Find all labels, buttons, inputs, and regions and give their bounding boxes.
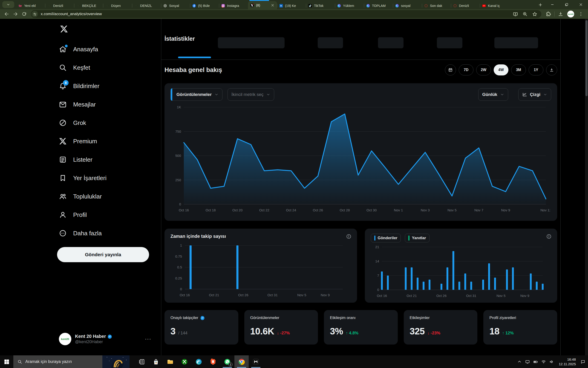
account-more-icon[interactable]: ··· xyxy=(145,336,153,342)
address-bar[interactable]: x.com/i/account_analytics/overview xyxy=(31,10,541,18)
install-app-icon[interactable] xyxy=(512,11,518,17)
browser-tab[interactable]: in(19) Ke xyxy=(277,2,306,9)
browser-tab[interactable]: Düşen xyxy=(103,2,132,9)
reload-button[interactable] xyxy=(20,10,28,18)
tab-close-button[interactable] xyxy=(270,3,275,8)
volume-icon[interactable] xyxy=(549,359,554,364)
browser-tab[interactable]: CTOPLAM xyxy=(364,2,393,9)
browser-tab[interactable]: CYüklem xyxy=(335,2,364,9)
range-button-2w[interactable]: 2W xyxy=(476,64,491,75)
browser-tab[interactable]: Son dak xyxy=(422,2,451,9)
minimize-button[interactable] xyxy=(545,0,560,9)
sidebar-item-anasayfa[interactable]: Anasayfa xyxy=(53,40,161,58)
browser-tab[interactable]: TikTok xyxy=(306,2,335,9)
taskbar-app-brave[interactable] xyxy=(206,355,220,368)
browser-tab-active[interactable]: (8) xyxy=(248,1,277,9)
browser-tab[interactable]: Csosyal xyxy=(393,2,422,9)
battery-icon[interactable] xyxy=(533,359,538,364)
sidebar-item-grok[interactable]: Grok xyxy=(53,114,161,132)
tray-chevron-up-icon[interactable] xyxy=(517,359,522,364)
browser-tab[interactable]: Denizli xyxy=(45,2,74,9)
browser-tab[interactable]: BEKÇİLE xyxy=(74,2,103,9)
chart-type-select[interactable]: Çizgi xyxy=(518,88,551,101)
extensions-button[interactable] xyxy=(545,11,551,17)
sidebar-item-label: Daha fazla xyxy=(73,230,102,237)
legend-chip-gönderiler[interactable]: Gönderiler xyxy=(371,234,401,242)
sidebar-item-label: Listeler xyxy=(73,156,92,163)
sidebar-item-premium[interactable]: Premium xyxy=(53,132,161,150)
x-logo-icon[interactable] xyxy=(60,25,68,33)
sidebar-item-listeler[interactable]: Listeler xyxy=(53,150,161,169)
stat-card-etkile-imler: Etkileşimler 325 ↓ -23% xyxy=(404,310,478,345)
sidebar-item-topluluklar[interactable]: Topluluklar xyxy=(53,187,161,206)
post-button[interactable]: Gönderi yayınla xyxy=(57,247,149,262)
export-button[interactable] xyxy=(546,64,557,75)
svg-text:Nov 3: Nov 3 xyxy=(421,208,430,212)
taskbar-app-task-view[interactable] xyxy=(135,355,149,368)
account-switcher[interactable]: kent20 Kent 20 Haber @kent20Haber ··· xyxy=(57,331,156,348)
taskbar-clock[interactable]: 16:48 12.11.2025 xyxy=(559,357,576,366)
back-button[interactable] xyxy=(2,10,11,18)
notification-badge: 8 xyxy=(63,80,69,86)
sidebar-item-daha-fazla[interactable]: Daha fazla xyxy=(53,224,161,242)
tab-title: Yeni ekl xyxy=(24,4,43,8)
restore-button[interactable] xyxy=(560,0,574,9)
back-icon xyxy=(4,11,9,17)
sidebar-item-ke-fet[interactable]: Keşfet xyxy=(53,58,161,77)
browser-tab[interactable]: teYeni ekl xyxy=(16,2,45,9)
taskbar-app-microsoft-store[interactable] xyxy=(149,355,163,368)
sidebar-item-profil[interactable]: Profil xyxy=(53,206,161,224)
browser-tab[interactable]: Sosyal xyxy=(161,2,190,9)
secondary-metric-select[interactable]: İkincil metrik seç xyxy=(228,88,274,101)
browser-tab[interactable]: (5) Büle xyxy=(190,2,219,9)
monitor-icon[interactable] xyxy=(525,359,530,364)
tab-search-button[interactable] xyxy=(2,1,14,8)
zoom-icon[interactable] xyxy=(522,11,528,17)
sidebar-item-mesajlar[interactable]: Mesajlar xyxy=(53,95,161,114)
browser-profile-avatar[interactable]: kent20 xyxy=(567,10,574,18)
wifi-icon[interactable] xyxy=(541,359,546,364)
browser-menu-button[interactable] xyxy=(578,11,584,17)
range-button-7d[interactable]: 7D xyxy=(459,64,473,75)
svg-text:750: 750 xyxy=(175,129,181,133)
forward-button[interactable] xyxy=(11,10,20,18)
info-icon[interactable] xyxy=(546,234,552,239)
scrollbar-thumb[interactable] xyxy=(586,20,588,96)
taskbar-app-whatsapp[interactable]: 1 xyxy=(220,355,234,368)
browser-tab[interactable]: Denizli xyxy=(451,2,480,9)
close-window-button[interactable] xyxy=(574,0,588,9)
taskbar-app-file-explorer[interactable] xyxy=(163,355,177,368)
new-tab-button[interactable] xyxy=(536,1,544,9)
notification-center-icon[interactable] xyxy=(581,359,585,364)
taskbar-app-black-app[interactable] xyxy=(249,355,263,368)
primary-metric-select[interactable]: Görüntülenmeler xyxy=(170,88,222,101)
page-scrollbar[interactable] xyxy=(585,19,588,355)
start-button[interactable] xyxy=(0,355,13,368)
browser-tab[interactable]: DENİZL xyxy=(132,2,161,9)
range-button-3m[interactable]: 3M xyxy=(511,64,526,75)
url-text[interactable]: x.com/i/account_analytics/overview xyxy=(41,12,510,16)
taskbar-app-edge[interactable] xyxy=(192,355,206,368)
range-button-1y[interactable]: 1Y xyxy=(529,64,543,75)
range-button-4w[interactable]: 4W xyxy=(494,64,508,75)
plus-icon xyxy=(538,2,543,7)
stat-label: Görüntülenmeler xyxy=(250,316,279,320)
sidebar-item-label: Profil xyxy=(73,211,87,219)
sidebar-item-yer-i-aretleri[interactable]: Yer İşaretleri xyxy=(53,169,161,187)
site-info-button[interactable] xyxy=(31,11,38,17)
legend-chip-yanıtlar[interactable]: Yanıtlar xyxy=(405,234,429,242)
spotlight-image[interactable] xyxy=(102,355,129,368)
kebab-icon xyxy=(578,11,583,17)
bookmark-star-icon[interactable] xyxy=(532,11,538,17)
taskbar-app-chrome[interactable] xyxy=(234,355,249,368)
downloads-button[interactable] xyxy=(558,11,564,17)
browser-tab[interactable]: Kanal iç xyxy=(480,2,509,9)
taskbar-search-box[interactable]: Aramak için buraya yazın xyxy=(13,355,129,368)
browser-tab[interactable]: Instagra xyxy=(219,2,248,9)
calendar-button[interactable] xyxy=(445,64,456,75)
granularity-select[interactable]: Günlük xyxy=(478,88,508,101)
sidebar-item-bildirimler[interactable]: 8 Bildirimler xyxy=(53,77,161,95)
overview-section-header: Hesaba genel bakış 7D2W4W3M1Y xyxy=(165,64,557,76)
info-icon[interactable] xyxy=(346,234,351,239)
taskbar-app-xbox[interactable] xyxy=(177,355,192,368)
